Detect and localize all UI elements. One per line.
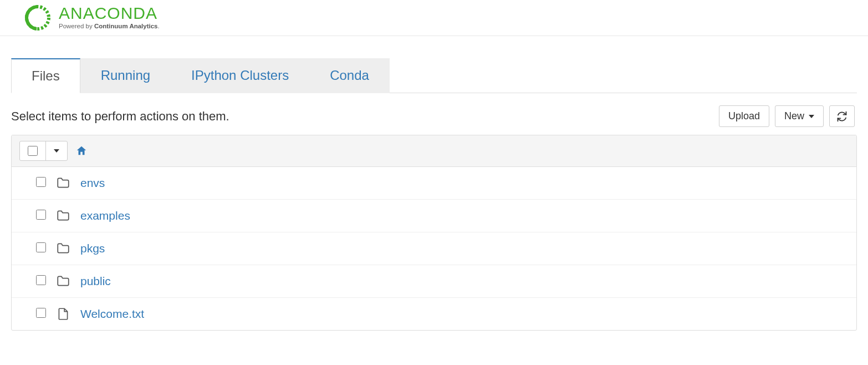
list-item: pkgs: [12, 232, 856, 265]
tab-ipython-clusters[interactable]: IPython Clusters: [171, 58, 309, 93]
brand-tagline: Powered by Continuum Analytics.: [59, 22, 160, 31]
item-checkbox[interactable]: [36, 242, 46, 252]
item-checkbox[interactable]: [36, 275, 46, 285]
tab-conda[interactable]: Conda: [309, 58, 390, 93]
select-all-checkbox[interactable]: [28, 146, 38, 156]
home-icon: [75, 145, 88, 157]
header-bar: ANACONDA Powered by Continuum Analytics.: [0, 0, 868, 36]
item-link[interactable]: Welcome.txt: [80, 307, 144, 321]
item-link[interactable]: pkgs: [80, 242, 105, 255]
select-menu-toggle[interactable]: [45, 141, 67, 160]
caret-down-icon: [809, 115, 814, 118]
folder-icon: [56, 209, 70, 223]
anaconda-ring-icon: [23, 3, 52, 32]
upload-button-label: Upload: [728, 110, 760, 122]
breadcrumb-home[interactable]: [75, 145, 88, 157]
listing-header: [12, 135, 856, 167]
item-link[interactable]: envs: [80, 176, 105, 190]
new-button-label: New: [784, 110, 804, 122]
folder-icon: [56, 176, 70, 190]
select-all-group: [19, 141, 68, 161]
upload-button[interactable]: Upload: [719, 105, 769, 127]
refresh-icon: [836, 111, 847, 122]
file-listing: envsexamplespkgspublicWelcome.txt: [11, 135, 857, 331]
refresh-button[interactable]: [829, 105, 855, 127]
brand-text: ANACONDA Powered by Continuum Analytics.: [59, 5, 160, 31]
caret-down-icon: [54, 149, 59, 153]
list-item: Welcome.txt: [12, 297, 856, 330]
item-link[interactable]: examples: [80, 209, 130, 222]
folder-icon: [56, 274, 70, 288]
file-icon: [56, 307, 70, 321]
item-checkbox[interactable]: [36, 210, 46, 220]
brand-logo[interactable]: ANACONDA Powered by Continuum Analytics.: [23, 3, 868, 32]
item-checkbox[interactable]: [36, 308, 46, 318]
tab-files[interactable]: Files: [11, 58, 80, 93]
main-tabs: FilesRunningIPython ClustersConda: [11, 58, 857, 93]
tab-running[interactable]: Running: [80, 58, 171, 93]
toolbar-message: Select items to perform actions on them.: [11, 109, 229, 124]
list-item: public: [12, 265, 856, 297]
list-item: envs: [12, 167, 856, 199]
toolbar: Select items to perform actions on them.…: [11, 93, 857, 135]
toolbar-buttons: Upload New: [719, 105, 855, 127]
brand-name: ANACONDA: [59, 5, 160, 22]
new-dropdown-button[interactable]: New: [775, 105, 824, 127]
folder-icon: [56, 241, 70, 256]
item-checkbox[interactable]: [36, 177, 46, 187]
list-item: examples: [12, 199, 856, 232]
select-all-checkbox-cell[interactable]: [20, 141, 45, 160]
item-link[interactable]: public: [80, 275, 111, 288]
